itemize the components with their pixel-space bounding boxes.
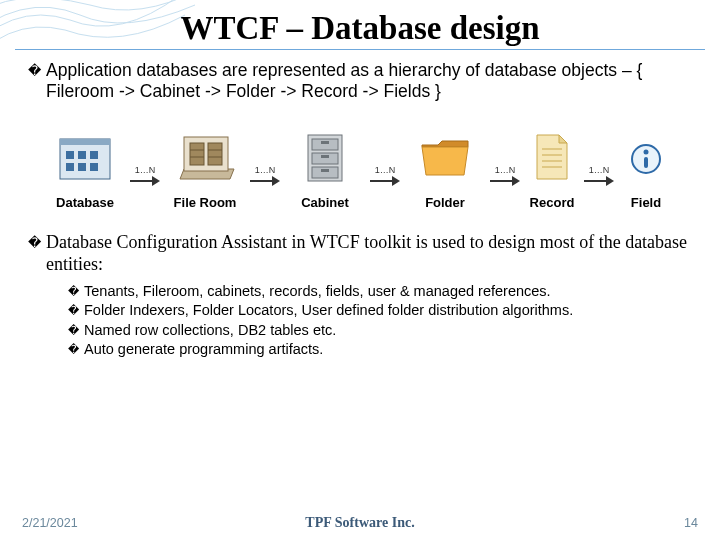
record-icon bbox=[529, 129, 575, 185]
diagram-arrow-3: 1…N bbox=[367, 165, 403, 210]
svg-rect-20 bbox=[321, 141, 329, 144]
svg-rect-18 bbox=[312, 153, 338, 164]
bullet-marker: � bbox=[68, 282, 84, 301]
bullet-1-text: Application databases are represented as… bbox=[46, 60, 690, 103]
svg-rect-17 bbox=[312, 139, 338, 150]
arrow-caption: 1…N bbox=[495, 165, 516, 175]
diagram-node-database: Database bbox=[44, 129, 126, 210]
slide-footer: 2/21/2021 TPF Software Inc. 14 bbox=[0, 516, 720, 530]
arrow-caption: 1…N bbox=[135, 165, 156, 175]
sub-bullet-4-text: Auto generate programming artifacts. bbox=[84, 340, 323, 360]
svg-rect-1 bbox=[60, 139, 110, 145]
sub-bullet-list: � Tenants, Fileroom, cabinets, records, … bbox=[68, 282, 690, 360]
bullet-2-text: Database Configuration Assistant in WTCF… bbox=[46, 232, 690, 276]
bullet-1: � Application databases are represented … bbox=[28, 60, 690, 103]
svg-rect-22 bbox=[321, 169, 329, 172]
sub-bullet-3-text: Named row collections, DB2 tables etc. bbox=[84, 321, 336, 341]
bullet-marker: � bbox=[68, 301, 84, 320]
diagram-arrow-1: 1…N bbox=[127, 165, 163, 210]
diagram-arrow-4: 1…N bbox=[487, 165, 523, 210]
svg-rect-2 bbox=[66, 151, 74, 159]
diagram-label-record: Record bbox=[524, 195, 580, 210]
sub-bullet-2-text: Folder Indexers, Folder Locators, User d… bbox=[84, 301, 573, 321]
diagram-label-fileroom: File Room bbox=[164, 195, 246, 210]
arrow-caption: 1…N bbox=[255, 165, 276, 175]
info-icon bbox=[627, 129, 665, 185]
sub-bullet-2: � Folder Indexers, Folder Locators, User… bbox=[68, 301, 690, 321]
diagram-node-cabinet: Cabinet bbox=[284, 129, 366, 210]
diagram-label-cabinet: Cabinet bbox=[284, 195, 366, 210]
svg-rect-6 bbox=[78, 163, 86, 171]
sub-bullet-4: � Auto generate programming artifacts. bbox=[68, 340, 690, 360]
svg-rect-10 bbox=[190, 143, 204, 165]
svg-rect-3 bbox=[78, 151, 86, 159]
svg-rect-11 bbox=[208, 143, 222, 165]
fileroom-icon bbox=[174, 129, 236, 185]
sub-bullet-1: � Tenants, Fileroom, cabinets, records, … bbox=[68, 282, 690, 302]
diagram-arrow-2: 1…N bbox=[247, 165, 283, 210]
diagram-arrow-5: 1…N bbox=[581, 165, 617, 210]
svg-point-28 bbox=[644, 149, 649, 154]
sub-bullet-3: � Named row collections, DB2 tables etc. bbox=[68, 321, 690, 341]
bullet-2: � Database Configuration Assistant in WT… bbox=[28, 232, 690, 276]
footer-org: TPF Software Inc. bbox=[0, 515, 720, 531]
svg-rect-19 bbox=[312, 167, 338, 178]
svg-rect-5 bbox=[66, 163, 74, 171]
diagram-label-folder: Folder bbox=[404, 195, 486, 210]
sub-bullet-1-text: Tenants, Fileroom, cabinets, records, fi… bbox=[84, 282, 551, 302]
hierarchy-diagram: Database 1…N bbox=[28, 109, 690, 232]
folder-icon bbox=[416, 129, 474, 185]
slide-title: WTCF – Database design bbox=[0, 0, 720, 47]
database-icon bbox=[54, 129, 116, 185]
diagram-node-folder: Folder bbox=[404, 129, 486, 210]
diagram-label-field: Field bbox=[618, 195, 674, 210]
bullet-marker: � bbox=[28, 60, 46, 82]
svg-rect-29 bbox=[644, 157, 648, 168]
svg-rect-21 bbox=[321, 155, 329, 158]
diagram-label-database: Database bbox=[44, 195, 126, 210]
bullet-marker: � bbox=[28, 232, 46, 254]
cabinet-icon bbox=[298, 129, 352, 185]
diagram-node-field: Field bbox=[618, 129, 674, 210]
diagram-node-record: Record bbox=[524, 129, 580, 210]
diagram-node-fileroom: File Room bbox=[164, 129, 246, 210]
arrow-caption: 1…N bbox=[589, 165, 610, 175]
bullet-marker: � bbox=[68, 340, 84, 359]
svg-rect-7 bbox=[90, 163, 98, 171]
arrow-caption: 1…N bbox=[375, 165, 396, 175]
svg-rect-4 bbox=[90, 151, 98, 159]
bullet-marker: � bbox=[68, 321, 84, 340]
